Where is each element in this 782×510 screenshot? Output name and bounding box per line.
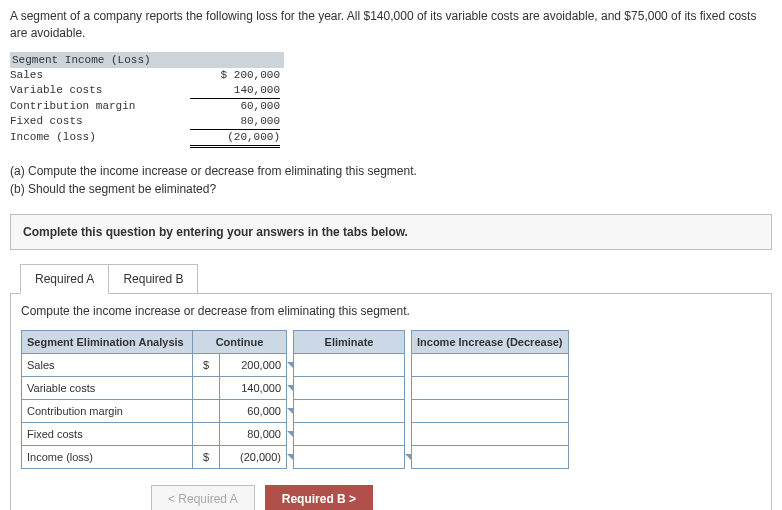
row-label: Income (loss) [22,445,193,468]
pane-instruction: Compute the income increase or decrease … [21,304,761,318]
tab-required-b[interactable]: Required B [109,264,198,294]
continue-value[interactable]: 140,000 [220,376,287,399]
analysis-table: Segment Elimination Analysis Continue El… [21,330,569,469]
tab-required-a[interactable]: Required A [20,264,109,294]
th-eliminate: Eliminate [294,330,405,353]
dollar-sign: $ [193,445,220,468]
dollar-sign [193,376,220,399]
question-b: (b) Should the segment be eliminated? [10,180,772,198]
stmt-row-value: 140,000 [190,83,280,99]
corner-icon [287,408,293,414]
eliminate-input[interactable] [294,353,405,376]
stmt-row-label: Sales [10,68,190,83]
prev-button[interactable]: < Required A [151,485,255,510]
row-contribution: Contribution margin 60,000 [22,399,569,422]
problem-intro: A segment of a company reports the follo… [10,8,772,42]
corner-icon [287,431,293,437]
question-a: (a) Compute the income increase or decre… [10,162,772,180]
row-label: Sales [22,353,193,376]
th-continue: Continue [193,330,287,353]
corner-icon [405,454,411,460]
row-label: Fixed costs [22,422,193,445]
stmt-row-value: 60,000 [190,99,280,114]
increase-input[interactable] [412,445,569,468]
row-label: Contribution margin [22,399,193,422]
instruction-box: Complete this question by entering your … [10,214,772,250]
row-sales: Sales $ 200,000 [22,353,569,376]
dollar-sign [193,422,220,445]
row-income-loss: Income (loss) $ (20,000) [22,445,569,468]
increase-input[interactable] [412,353,569,376]
stmt-row-label: Variable costs [10,83,190,99]
corner-icon [287,385,293,391]
increase-input[interactable] [412,422,569,445]
row-fixed: Fixed costs 80,000 [22,422,569,445]
th-seg: Segment Elimination Analysis [22,330,193,353]
eliminate-input[interactable] [294,422,405,445]
continue-value[interactable]: 80,000 [220,422,287,445]
continue-value[interactable]: 200,000 [220,353,287,376]
stmt-row-value: $ 200,000 [190,68,280,83]
row-label: Variable costs [22,376,193,399]
continue-value[interactable]: (20,000) [220,445,287,468]
question-list: (a) Compute the income increase or decre… [10,162,772,198]
continue-value[interactable]: 60,000 [220,399,287,422]
eliminate-input[interactable] [294,445,405,468]
tab-bar: Required A Required B [20,264,772,294]
th-income: Income Increase (Decrease) [412,330,569,353]
corner-icon [287,362,293,368]
increase-input[interactable] [412,376,569,399]
stmt-row-value: 80,000 [190,114,280,130]
corner-icon [287,454,293,460]
row-variable: Variable costs 140,000 [22,376,569,399]
stmt-row-label: Fixed costs [10,114,190,130]
eliminate-input[interactable] [294,376,405,399]
dollar-sign: $ [193,353,220,376]
dollar-sign [193,399,220,422]
increase-input[interactable] [412,399,569,422]
next-button[interactable]: Required B > [265,485,373,510]
stmt-row-label: Contribution margin [10,99,190,114]
tab-pane: Compute the income increase or decrease … [10,293,772,510]
income-statement-title: Segment Income (Loss) [10,52,284,69]
eliminate-input[interactable] [294,399,405,422]
stmt-row-label: Income (loss) [10,130,190,148]
income-statement: Segment Income (Loss) Sales $ 200,000 Va… [10,52,772,148]
stmt-row-value: (20,000) [190,130,280,148]
